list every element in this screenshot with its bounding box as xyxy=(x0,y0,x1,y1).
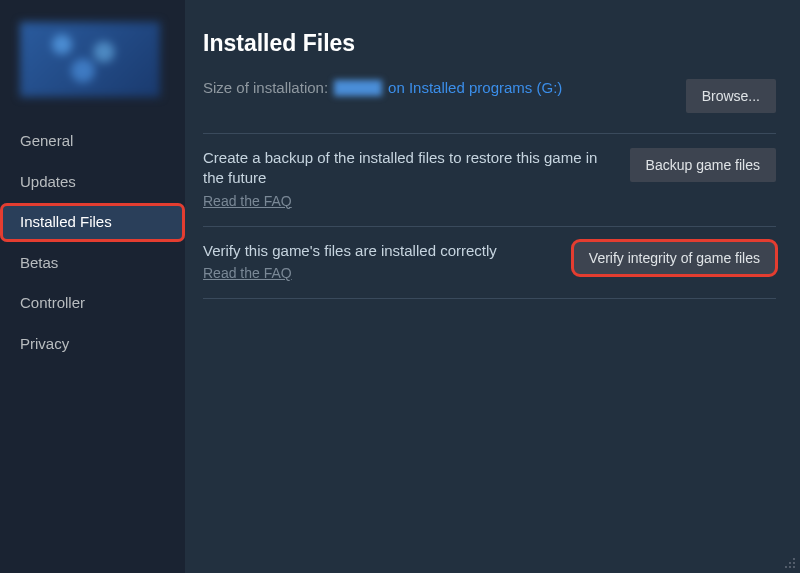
backup-section: Create a backup of the installed files t… xyxy=(203,133,776,226)
resize-grip-icon[interactable] xyxy=(784,557,798,571)
sidebar-item-updates[interactable]: Updates xyxy=(0,163,185,202)
install-location-link[interactable]: on Installed programs (G:) xyxy=(388,79,562,96)
game-header-image xyxy=(20,22,160,97)
sidebar-item-controller[interactable]: Controller xyxy=(0,284,185,323)
verify-description: Verify this game's files are installed c… xyxy=(203,241,553,261)
backup-game-files-button[interactable]: Backup game files xyxy=(630,148,776,182)
svg-point-4 xyxy=(793,558,795,560)
size-label: Size of installation: xyxy=(203,79,328,96)
svg-point-7 xyxy=(785,566,787,568)
size-value-blurred xyxy=(334,80,382,96)
verify-integrity-button[interactable]: Verify integrity of game files xyxy=(573,241,776,275)
backup-description: Create a backup of the installed files t… xyxy=(203,148,610,189)
sidebar-item-privacy[interactable]: Privacy xyxy=(0,325,185,364)
backup-faq-link[interactable]: Read the FAQ xyxy=(203,193,292,209)
sidebar-item-installed-files[interactable]: Installed Files xyxy=(0,203,185,242)
svg-point-8 xyxy=(789,566,791,568)
browse-button[interactable]: Browse... xyxy=(686,79,776,113)
sidebar-item-general[interactable]: General xyxy=(0,122,185,161)
sidebar-item-betas[interactable]: Betas xyxy=(0,244,185,283)
page-title: Installed Files xyxy=(203,30,776,57)
verify-section: Verify this game's files are installed c… xyxy=(203,226,776,299)
svg-point-5 xyxy=(789,562,791,564)
size-of-installation: Size of installation: on Installed progr… xyxy=(203,79,562,96)
svg-point-9 xyxy=(793,566,795,568)
verify-faq-link[interactable]: Read the FAQ xyxy=(203,265,292,281)
sidebar: General Updates Installed Files Betas Co… xyxy=(0,0,185,573)
content-panel: Installed Files Size of installation: on… xyxy=(185,0,800,573)
svg-point-6 xyxy=(793,562,795,564)
